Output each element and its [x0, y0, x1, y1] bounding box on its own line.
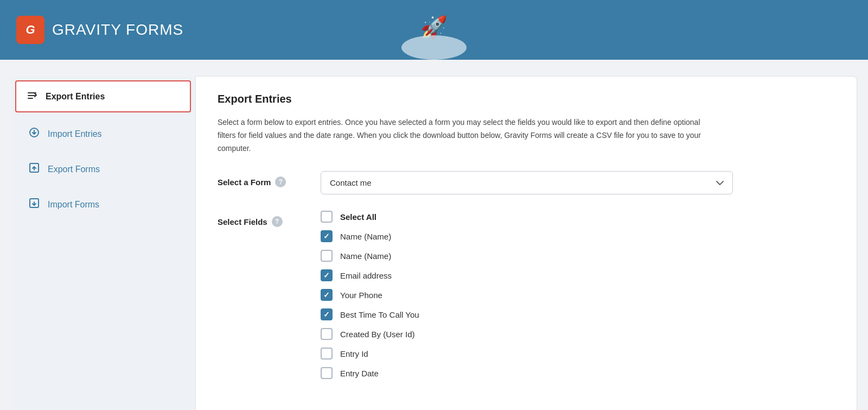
checkbox-label-created-by: Created By (User Id) [340, 330, 415, 339]
rocket-icon: 🚀 [420, 16, 448, 38]
page-title: Export Entries [218, 93, 835, 105]
sidebar-item-import-forms[interactable]: Import Forms [15, 187, 191, 222]
checkbox-best-time[interactable] [321, 308, 333, 320]
sidebar-item-label: Import Forms [48, 200, 99, 210]
import-entries-icon [28, 127, 40, 141]
select-form-label: Select a Form ? [218, 171, 304, 187]
checkbox-select-all[interactable] [321, 211, 333, 223]
rocket-decoration: 🚀 [401, 16, 467, 60]
logo-area: G GRAVITY FORMS [16, 16, 183, 44]
fields-checkbox-area: Select AllName (Name)Name (Name)Email ad… [321, 211, 733, 379]
checkbox-item-entry-id: Entry Id [321, 348, 733, 359]
checkbox-label-name-2: Name (Name) [340, 251, 391, 261]
checkbox-label-phone: Your Phone [340, 291, 382, 300]
export-entries-icon [26, 89, 38, 104]
checkbox-item-name-2: Name (Name) [321, 250, 733, 262]
export-forms-icon [28, 162, 40, 176]
checkbox-label-name-1: Name (Name) [340, 232, 391, 241]
main-wrapper: Export Entries Import Entries Export For… [0, 60, 868, 410]
checkbox-email[interactable] [321, 269, 333, 281]
logo-text: GRAVITY FORMS [52, 21, 183, 39]
checkbox-name-1[interactable] [321, 230, 333, 242]
select-fields-label: Select Fields ? [218, 211, 304, 227]
select-form-help-icon[interactable]: ? [275, 176, 286, 187]
checkbox-item-best-time: Best Time To Call You [321, 308, 733, 320]
sidebar-item-label: Import Entries [48, 129, 102, 139]
checkbox-created-by[interactable] [321, 328, 333, 340]
checkbox-entry-date[interactable] [321, 367, 333, 379]
checkbox-label-email: Email address [340, 271, 392, 280]
checkbox-item-select-all: Select All [321, 211, 733, 223]
checkbox-label-entry-date: Entry Date [340, 369, 379, 378]
sidebar-item-label: Export Entries [46, 92, 105, 102]
checkbox-item-name-1: Name (Name) [321, 230, 733, 242]
checkbox-item-phone: Your Phone [321, 289, 733, 301]
sidebar-item-label: Export Forms [48, 165, 100, 174]
checkbox-item-created-by: Created By (User Id) [321, 328, 733, 340]
import-forms-icon [28, 197, 40, 212]
checkbox-label-best-time: Best Time To Call You [340, 310, 419, 319]
sidebar-item-export-entries[interactable]: Export Entries [15, 80, 191, 112]
checkbox-list: Select AllName (Name)Name (Name)Email ad… [321, 211, 733, 379]
sidebar-item-import-entries[interactable]: Import Entries [15, 117, 191, 151]
rocket-cloud [401, 35, 467, 60]
checkbox-item-email: Email address [321, 269, 733, 281]
logo-icon: G [16, 16, 44, 44]
checkbox-label-entry-id: Entry Id [340, 349, 368, 358]
select-form-control: Contact me [321, 171, 733, 194]
select-fields-row: Select Fields ? Select AllName (Name)Nam… [218, 211, 835, 379]
description-text: Select a form below to export entries. O… [218, 116, 706, 155]
header: G GRAVITY FORMS 🚀 [0, 0, 868, 60]
select-form-row: Select a Form ? Contact me [218, 171, 835, 194]
checkbox-name-2[interactable] [321, 250, 333, 262]
checkbox-phone[interactable] [321, 289, 333, 301]
sidebar: Export Entries Import Entries Export For… [11, 76, 195, 410]
checkbox-entry-id[interactable] [321, 348, 333, 359]
select-fields-help-icon[interactable]: ? [272, 216, 283, 227]
sidebar-item-export-forms[interactable]: Export Forms [15, 152, 191, 186]
form-select-dropdown[interactable]: Contact me [321, 171, 733, 194]
content-area: Export Entries Select a form below to ex… [195, 76, 857, 410]
checkbox-label-select-all: Select All [340, 212, 376, 222]
checkbox-item-entry-date: Entry Date [321, 367, 733, 379]
